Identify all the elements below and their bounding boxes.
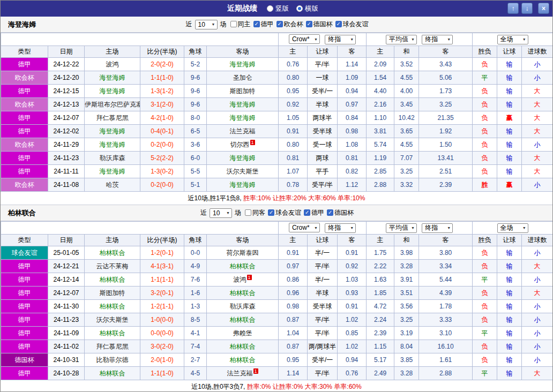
average-stage-select[interactable]: 终指▼ [422,35,453,44]
home-team[interactable]: 柏林联合 [85,327,140,340]
filter-checkbox[interactable]: 德国杯 [306,20,333,29]
away-team[interactable]: 沃尔夫斯堡 [207,165,279,178]
filter-checkbox[interactable]: 同主 [230,20,251,29]
handicap-line: 受半/一 [308,353,338,367]
filter-checkbox[interactable]: 球会友谊 [335,20,369,29]
away-team[interactable]: 荷尔斯泰因 [207,246,279,260]
bookmaker-select[interactable]: Crow*▼ [289,223,320,232]
bookmaker-select[interactable]: Crow*▼ [289,34,320,44]
chevron-down-icon: ▼ [314,226,318,230]
handicap-away-odds: 1.14 [338,58,367,71]
result-handicap: 输 [497,273,522,287]
home-team[interactable]: 哈茨 [85,178,140,192]
team-name: 弗赖堡 [233,329,252,337]
away-team[interactable]: 柏林联合 [207,340,279,353]
home-team[interactable]: 斯图加特 [85,287,140,300]
chevron-down-icon: ▼ [522,37,526,41]
handicap-away-odds: 0.76 [338,367,367,380]
home-team[interactable]: 海登海姆 [85,138,140,152]
scope-select[interactable]: 全场▼ [497,35,528,44]
home-team[interactable]: 拜仁慕尼黑 [85,111,140,125]
away-team[interactable]: 波鸿1 [207,273,279,287]
team-name: 柏林联合 [230,289,256,297]
away-team[interactable]: 海登海姆 [207,58,279,71]
home-team[interactable]: 海登海姆 [85,165,140,178]
handicap-away-odds: 1.12 [338,178,367,192]
scroll-up-button[interactable]: ↑ [507,3,519,14]
home-team[interactable]: 伊斯坦布尔巴萨克塞尔 [85,98,140,111]
home-team[interactable]: 柏林联合 [85,273,140,287]
away-team[interactable]: 勒沃库森 [207,300,279,313]
average-stage-select[interactable]: 终指▼ [422,223,453,233]
avg-away-odds: 2.39 [419,178,473,192]
result-winloss: 负 [473,313,497,327]
filter-checkbox[interactable]: 欧会杯 [276,20,303,29]
away-team[interactable]: 圣加仑 [207,71,279,85]
league-badge: 欧会杯 [1,138,48,152]
home-team[interactable]: 海登海姆 [85,125,140,138]
average-select[interactable]: 平均值▼ [386,35,417,44]
home-team[interactable]: 柏林联合 [85,367,140,380]
handicap-home-odds: 0.96 [279,287,308,300]
selects-header-row: Crow*▼ 终指▼ 平均值▼ 终指▼ 全场▼ [1,33,553,46]
away-team[interactable]: 切尔西1 [207,138,279,152]
chevron-down-icon: ▼ [411,37,415,41]
scope-select[interactable]: 全场▼ [497,223,528,233]
filter-checkbox[interactable]: 球会友谊 [268,208,301,217]
home-team[interactable]: 拜仁慕尼黑 [85,340,140,353]
result-winloss: 负 [473,98,497,111]
view-mode-horizontal-radio[interactable]: 横版 [296,4,318,13]
away-team[interactable]: 法兰克福 [207,125,279,138]
team-name: 柏林联合 [100,370,125,377]
away-team[interactable]: 海登海姆 [207,98,279,111]
result-winloss: 平 [473,367,497,380]
filter-checkbox[interactable]: 德国杯 [327,208,354,217]
average-select[interactable]: 平均值▼ [386,223,417,233]
home-team[interactable]: 海登海姆 [85,85,140,98]
red-card-indicator: 1 [247,275,252,280]
home-team[interactable]: 海登海姆 [85,71,140,85]
away-team[interactable]: 海登海姆 [207,152,279,165]
home-team[interactable]: 柏林联合 [85,246,140,260]
col-header-away: 客场 [207,46,279,58]
home-team[interactable]: 比勒菲尔德 [85,353,140,367]
home-team[interactable]: 柏林联合 [85,300,140,313]
date-cell: 24-12-22 [48,58,85,71]
home-team[interactable]: 云达不莱梅 [85,260,140,273]
away-team[interactable]: 法兰克福1 [207,367,279,380]
handicap-home-odds: 0.80 [279,138,308,152]
filter-checkbox[interactable]: 德甲 [304,208,324,217]
handicap-stage-select[interactable]: 终指▼ [325,35,356,44]
red-card-indicator: 1 [253,368,258,374]
recent-count-select[interactable]: 10 ▼ [210,208,232,218]
checkbox-label: 欧会杯 [284,20,303,29]
away-team[interactable]: 弗赖堡 [207,327,279,340]
avg-home-odds: 2.85 [367,165,394,178]
away-team[interactable]: 柏林联合 [207,313,279,327]
away-team[interactable]: 斯图加特 [207,85,279,98]
view-mode-vertical-radio[interactable]: 竖版 [267,4,289,13]
home-team[interactable]: 沃尔夫斯堡 [85,313,140,327]
selects-header-row: Crow*▼ 终指▼ 平均值▼ 终指▼ 全场▼ [1,222,553,235]
home-team[interactable]: 勒沃库森 [85,152,140,165]
recent-count-select[interactable]: 10 ▼ [195,20,218,29]
result-handicap: 输 [497,287,522,300]
away-team[interactable]: 柏林联合 [207,287,279,300]
league-badge: 德甲 [1,58,48,71]
matches-table: Crow*▼ 终指▼ 平均值▼ 终指▼ 全场▼ 类型 日期 主场 比分(半场) [1,33,553,192]
score-cell: 0-4(0-1) [140,125,184,138]
away-team[interactable]: 海登海姆 [207,111,279,125]
result-handicap: 输 [497,313,522,327]
away-team[interactable]: 海登海姆 [207,178,279,192]
scroll-down-button[interactable]: ↓ [521,3,533,14]
col-header-goals: 进球数 [522,235,553,246]
filter-checkbox[interactable]: 德甲 [253,20,274,29]
handicap-stage-select[interactable]: 终指▼ [325,223,356,233]
away-team[interactable]: 柏林联合 [207,260,279,273]
result-goals: 大 [522,85,553,98]
col-header-corners: 角球 [184,235,207,246]
close-button[interactable]: × [538,3,549,14]
home-team[interactable]: 波鸿 [85,58,140,71]
filter-checkbox[interactable]: 同客 [245,208,265,217]
away-team[interactable]: 柏林联合 [207,353,279,367]
